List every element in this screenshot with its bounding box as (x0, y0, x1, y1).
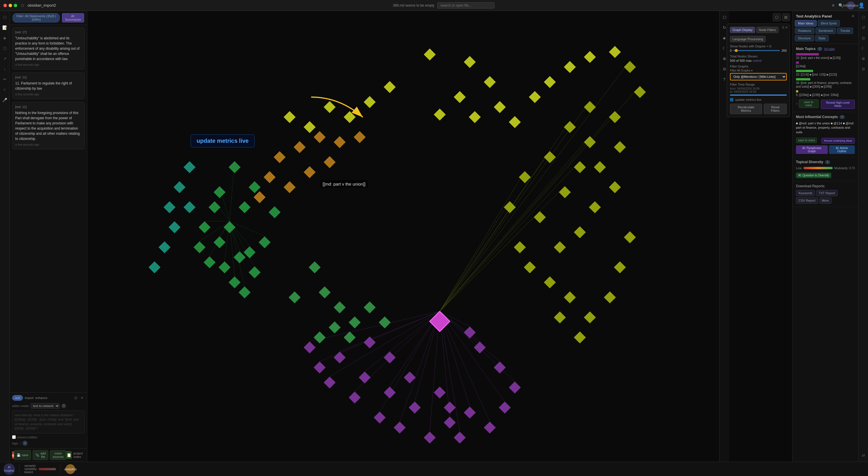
keywords-button[interactable]: Keywords (796, 190, 815, 196)
topic-text-4: 5: [[239a]] ■ [[239]] ■ [[md: 239a]] (796, 93, 855, 97)
far-right-icon-7[interactable]: ⇄ (859, 451, 867, 459)
filter-graphs-select[interactable]: Only @Mentions / [Wiki-Links] (730, 73, 787, 81)
update-metrics-overlay: update metrics live (191, 135, 255, 147)
user-badge[interactable]: InfraNodus (847, 1, 855, 9)
app-icon: ⬡ (20, 3, 25, 8)
ai-summarize-button[interactable]: AI: Summarize (62, 13, 84, 22)
graph-panel-close-icon[interactable]: II ✕ (782, 26, 788, 30)
language-processing-tab[interactable]: Language Processing (730, 36, 766, 42)
editor-mode-select[interactable]: text to network (30, 403, 60, 409)
node-filters-tab[interactable]: Node Filters (756, 27, 778, 33)
extract-entities-checkbox[interactable] (12, 435, 16, 439)
tab-relations[interactable]: Relations (795, 28, 814, 34)
close-editor-icon[interactable]: ✕ (80, 395, 85, 400)
layout-icon[interactable]: ⊞ (782, 13, 790, 21)
degree-slider[interactable] (733, 50, 780, 51)
rp-close-icon[interactable]: ✕ (851, 14, 855, 19)
save-to-notes-button-1[interactable]: save to notes (799, 99, 818, 108)
window-controls[interactable] (3, 4, 17, 7)
extend-link[interactable]: extend (753, 59, 762, 62)
tab-main-ideas[interactable]: Main Ideas (795, 20, 817, 26)
save-to-notes-button-2[interactable]: save to notes (796, 138, 817, 143)
far-right-icon-5[interactable]: ⊕ (859, 55, 867, 63)
filter-button[interactable]: Filter: All Statements (3528 | 100%) (12, 13, 60, 22)
degree-min-value: 0 (730, 49, 732, 52)
filter-graphs-row: Filter Graphs: Filter All Graphs ▾ Only … (730, 65, 787, 81)
tab-stats[interactable]: Stats (815, 35, 829, 41)
title-icon-search[interactable]: 🔍 (838, 3, 843, 8)
sidebar-download-icon[interactable]: ↓ (1, 65, 9, 73)
add-file-button[interactable]: 📎 add file (33, 450, 48, 460)
tab-sentiment[interactable]: Sentiment (815, 28, 836, 34)
time-range-slider[interactable] (730, 94, 787, 96)
tab-structure[interactable]: Structure (795, 35, 814, 41)
topic-bar-row-2 (796, 70, 855, 72)
global-search[interactable] (437, 2, 495, 9)
ai-question-button[interactable]: AI: Question to Diversify (796, 173, 831, 178)
tab-blind-spots[interactable]: Blind Spots (818, 20, 840, 26)
graph-icon-1[interactable]: ⬡ (720, 13, 728, 21)
save-icon: 💾 (17, 453, 21, 457)
maximize-window[interactable] (14, 4, 17, 7)
enhance-button[interactable]: enhance (35, 396, 48, 399)
main-layout: ⬡ 📝 ◈ ⬡ ↗ ↓ ✏ ☆ 🎤 Filter: All Statements… (0, 11, 868, 462)
close-window[interactable] (3, 4, 7, 7)
sidebar-graph-icon[interactable]: ◈ (1, 34, 9, 42)
sidebar-edit-icon[interactable]: ✏ (1, 75, 9, 83)
note-card-2: [md: 11] Nothing in the foregoing provis… (12, 102, 85, 149)
tab-trends[interactable]: Trends (837, 28, 853, 34)
update-metrics-checkbox[interactable] (730, 98, 733, 101)
sidebar-home-icon[interactable]: ⬡ (1, 13, 9, 21)
editor-textarea[interactable]: next idea tip: what is the relation betw… (12, 411, 85, 434)
graph-area[interactable]: ⬡ ⊞ ⬡ ↻ ◈ ☾ ⊕ ⊖ ? II ✕ Graph Display Nod… (87, 11, 792, 462)
minimize-window[interactable] (9, 4, 12, 7)
share-icon[interactable]: ⬡ (773, 13, 781, 21)
graph-panel-tabs: Graph Display Node Filters (730, 27, 787, 33)
title-close-icon[interactable]: ✕ (832, 3, 835, 8)
app-title: obsidian_import2 (28, 3, 56, 7)
reveal-underlying-button[interactable]: Reveal Underlying Ideas (822, 138, 855, 144)
editor-help-icon[interactable]: ? (61, 404, 66, 408)
project-icon: 📋 (66, 451, 72, 459)
ai-paraphrase-button[interactable]: AI: Paraphrase Graph (796, 145, 828, 154)
import-button[interactable]: import (25, 396, 34, 399)
show-nodes-label: Show Nodes with Degree > 0: (730, 44, 787, 48)
tags-add-button[interactable]: + (22, 441, 28, 446)
sidebar-mic-icon[interactable]: 🎤 (1, 96, 9, 104)
note-card-1: [md: 11] 11. Parliament to regulate the … (12, 72, 85, 99)
add-button[interactable]: add (12, 395, 23, 401)
sidebar-notes-icon[interactable]: 📝 (1, 24, 9, 32)
show-nodes-row: Show Nodes with Degree > 0: 0 266 (730, 44, 787, 52)
sidebar-network-icon[interactable]: ⬡ (1, 44, 9, 52)
more-sources-button[interactable]: more sources (50, 450, 66, 460)
far-right-icon-3[interactable]: ◎ (859, 34, 867, 42)
topical-bar (803, 167, 833, 169)
most-influential-header: Most Influential Concepts 7 (796, 115, 855, 119)
save-button[interactable]: 💾 save (14, 450, 31, 460)
far-right-icon-6[interactable]: ⊖ (859, 65, 867, 73)
extract-entities-label: extract entities (17, 436, 37, 439)
far-right-icon-4[interactable]: ☾ (859, 44, 867, 52)
user-avatar-icon[interactable]: 👤 (858, 2, 865, 9)
notes-list: [md: 17] "Untouchability" is abolished a… (10, 25, 87, 392)
status-sep-2 (61, 465, 61, 473)
ai-article-button[interactable]: AI: Article Outline (829, 145, 855, 154)
far-right-icon-2[interactable]: ↺ (859, 24, 867, 32)
more-button[interactable]: More (819, 197, 832, 204)
sidebar-share-icon[interactable]: ↗ (1, 55, 9, 63)
note-text-0: "Untouchability" is abolished and its pr… (15, 36, 82, 61)
sidebar-star-icon[interactable]: ☆ (1, 86, 9, 94)
tab-message: 388.md seems to be empty (393, 3, 435, 7)
txt-report-button[interactable]: TXT Report (816, 190, 838, 196)
topic-item-2: 15: [[114]] ■ [[md: 115]] ■ [[122]] (796, 70, 855, 77)
minimize-icon[interactable]: ⊡ (73, 395, 79, 400)
topical-diversity-badge: 7 (825, 160, 830, 164)
reveal-high-level-button[interactable]: Reveal High-Level Ideas (821, 100, 855, 109)
full-table-link[interactable]: full table (824, 48, 835, 51)
graph-display-tab[interactable]: Graph Display (730, 27, 755, 33)
reset-filters-button[interactable]: Reset Filters (764, 104, 787, 114)
status-bar: AI insights semantic variability: biased… (0, 462, 868, 476)
far-right-icon-1[interactable]: ⬡ (859, 13, 867, 21)
recalculate-button[interactable]: Recalculate Metrics (730, 104, 762, 114)
csv-report-button[interactable]: CSV Report (796, 197, 818, 204)
